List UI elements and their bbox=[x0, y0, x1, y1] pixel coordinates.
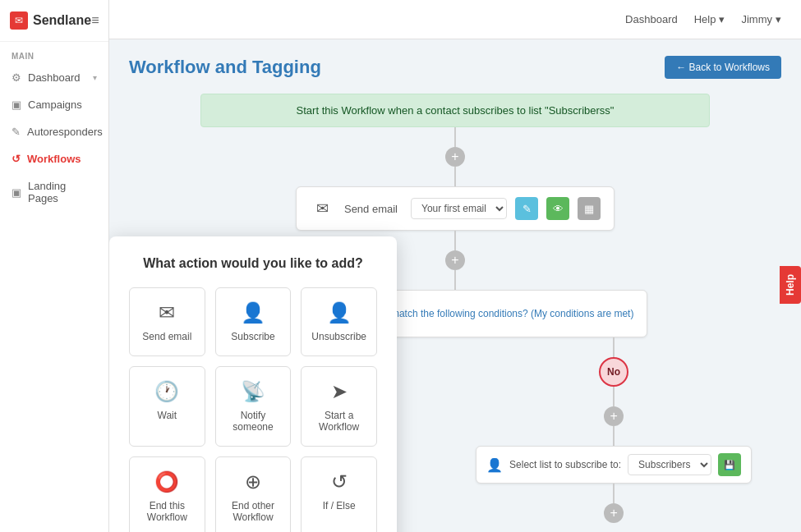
unsubscribe-card-icon: 👤 bbox=[327, 301, 352, 324]
add-node-btn-1[interactable]: + bbox=[445, 147, 465, 167]
no-connector-line-2 bbox=[613, 387, 615, 406]
wait-card-icon: 🕐 bbox=[154, 380, 179, 403]
action-grid: ✉ Send email 👤 Subscribe 👤 Unsubscribe 🕐… bbox=[129, 287, 377, 532]
wait-card-label: Wait bbox=[158, 410, 177, 421]
user-chevron-icon: ▾ bbox=[776, 13, 781, 25]
page-body: Workflow and Tagging ← Back to Workflows… bbox=[109, 39, 801, 532]
action-card-wait[interactable]: 🕐 Wait bbox=[129, 366, 205, 447]
edit-email-button[interactable]: ✎ bbox=[515, 197, 538, 220]
action-card-start-workflow[interactable]: ➤ Start a Workflow bbox=[301, 366, 377, 447]
workflows-icon: ↺ bbox=[12, 153, 21, 165]
sidebar-section-label: MAIN bbox=[0, 42, 108, 64]
subscribe-node: 👤 Select list to subscribe to: Subscribe… bbox=[476, 446, 752, 484]
start-workflow-card-icon: ➤ bbox=[331, 380, 348, 403]
sidebar-item-workflows[interactable]: ↺ Workflows bbox=[0, 145, 108, 172]
connector-line-4 bbox=[454, 270, 456, 290]
send-email-card-icon: ✉ bbox=[159, 301, 175, 324]
sidebar-item-label: Dashboard bbox=[28, 71, 81, 84]
campaigns-icon: ▣ bbox=[12, 99, 21, 111]
preview-email-button[interactable]: 👁 bbox=[546, 197, 569, 220]
connector-line-1 bbox=[454, 127, 456, 147]
autoresponders-icon: ✎ bbox=[12, 126, 21, 138]
save-subscribe-button[interactable]: 💾 bbox=[718, 453, 741, 476]
dashboard-nav-link[interactable]: Dashboard bbox=[625, 13, 678, 25]
action-card-unsubscribe[interactable]: 👤 Unsubscribe bbox=[301, 287, 377, 356]
topnav: Dashboard Help ▾ Jimmy ▾ bbox=[109, 0, 801, 39]
sidebar-logo: Sendlane ≡ bbox=[0, 0, 108, 42]
main-content: Dashboard Help ▾ Jimmy ▾ Workflow and Ta… bbox=[109, 0, 801, 532]
action-card-send-email[interactable]: ✉ Send email bbox=[129, 287, 205, 356]
chevron-down-icon: ▾ bbox=[93, 73, 97, 82]
no-branch-label: No bbox=[599, 357, 628, 387]
action-card-end-workflow[interactable]: ⭕ End this Workflow bbox=[129, 456, 205, 532]
if-else-card-icon: ↺ bbox=[331, 470, 348, 493]
landing-pages-icon: ▣ bbox=[12, 186, 21, 199]
add-no-bottom-btn[interactable]: + bbox=[604, 503, 624, 523]
end-other-card-icon: ⊕ bbox=[245, 470, 261, 493]
action-card-subscribe[interactable]: 👤 Subscribe bbox=[215, 287, 292, 356]
email-select[interactable]: Your first email bbox=[411, 198, 507, 219]
sidebar-item-label: Landing Pages bbox=[28, 180, 97, 204]
sidebar: Sendlane ≡ MAIN ⚙ Dashboard ▾ ▣ Campaign… bbox=[0, 0, 109, 532]
action-card-end-other[interactable]: ⊕ End other Workflow bbox=[215, 456, 292, 532]
end-other-card-label: End other Workflow bbox=[224, 500, 283, 523]
action-card-if-else[interactable]: ↺ If / Else bbox=[301, 456, 377, 532]
sidebar-item-dashboard[interactable]: ⚙ Dashboard ▾ bbox=[0, 64, 108, 91]
send-email-card-label: Send email bbox=[142, 331, 191, 342]
if-else-card-label: If / Else bbox=[323, 500, 356, 511]
menu-icon[interactable]: ≡ bbox=[91, 13, 99, 28]
action-card-notify[interactable]: 📡 Notify someone bbox=[215, 366, 292, 447]
no-bottom-line bbox=[613, 484, 615, 503]
user-menu[interactable]: Jimmy ▾ bbox=[741, 13, 781, 25]
no-connector-line bbox=[613, 337, 615, 357]
back-to-workflows-button[interactable]: ← Back to Workflows bbox=[665, 56, 781, 79]
help-chevron-icon: ▾ bbox=[719, 13, 725, 25]
start-workflow-card-label: Start a Workflow bbox=[310, 410, 368, 433]
end-workflow-card-label: End this Workflow bbox=[138, 500, 196, 523]
connector-line-2 bbox=[454, 167, 456, 186]
add-no-node-btn[interactable]: + bbox=[604, 406, 624, 426]
subscribe-card-icon: 👤 bbox=[241, 301, 265, 324]
connector-line-3 bbox=[454, 231, 456, 250]
page-title: Workflow and Tagging bbox=[129, 57, 321, 78]
sidebar-item-campaigns[interactable]: ▣ Campaigns bbox=[0, 91, 108, 118]
logo: Sendlane bbox=[10, 11, 91, 30]
no-connector-line-3 bbox=[613, 426, 615, 446]
email-node-icon: ✉ bbox=[310, 195, 336, 222]
unsubscribe-card-label: Unsubscribe bbox=[311, 331, 366, 342]
subscribe-icon: 👤 bbox=[486, 457, 503, 473]
sidebar-item-autoresponders[interactable]: ✎ Autoresponders bbox=[0, 118, 108, 145]
logo-text: Sendlane bbox=[33, 13, 91, 28]
logo-icon bbox=[10, 11, 28, 30]
notify-card-label: Notify someone bbox=[224, 410, 283, 433]
trigger-banner: Start this Workflow when a contact subsc… bbox=[200, 94, 710, 127]
page-header: Workflow and Tagging ← Back to Workflows bbox=[129, 56, 781, 79]
modal-title: What action would you like to add? bbox=[129, 256, 377, 271]
add-node-btn-2[interactable]: + bbox=[445, 250, 465, 270]
subscribe-card-label: Subscribe bbox=[231, 331, 274, 342]
sidebar-item-landing-pages[interactable]: ▣ Landing Pages bbox=[0, 172, 108, 212]
end-workflow-card-icon: ⭕ bbox=[154, 470, 179, 493]
dashboard-icon: ⚙ bbox=[12, 71, 21, 84]
action-modal: What action would you like to add? ✉ Sen… bbox=[109, 236, 397, 532]
sidebar-item-label: Workflows bbox=[27, 153, 81, 165]
sidebar-item-label: Autoresponders bbox=[27, 126, 103, 138]
send-email-label: Send email bbox=[344, 203, 398, 215]
sidebar-item-label: Campaigns bbox=[28, 99, 82, 111]
help-nav-link[interactable]: Help ▾ bbox=[694, 13, 725, 25]
help-tab[interactable]: Help bbox=[780, 266, 801, 304]
stats-email-button[interactable]: ▦ bbox=[578, 197, 601, 220]
subscribe-list-select[interactable]: Subscribers bbox=[628, 454, 711, 475]
subscribe-label: Select list to subscribe to: bbox=[509, 459, 621, 470]
notify-card-icon: 📡 bbox=[241, 380, 265, 403]
send-email-node: ✉ Send email Your first email ✎ 👁 ▦ bbox=[296, 186, 615, 231]
